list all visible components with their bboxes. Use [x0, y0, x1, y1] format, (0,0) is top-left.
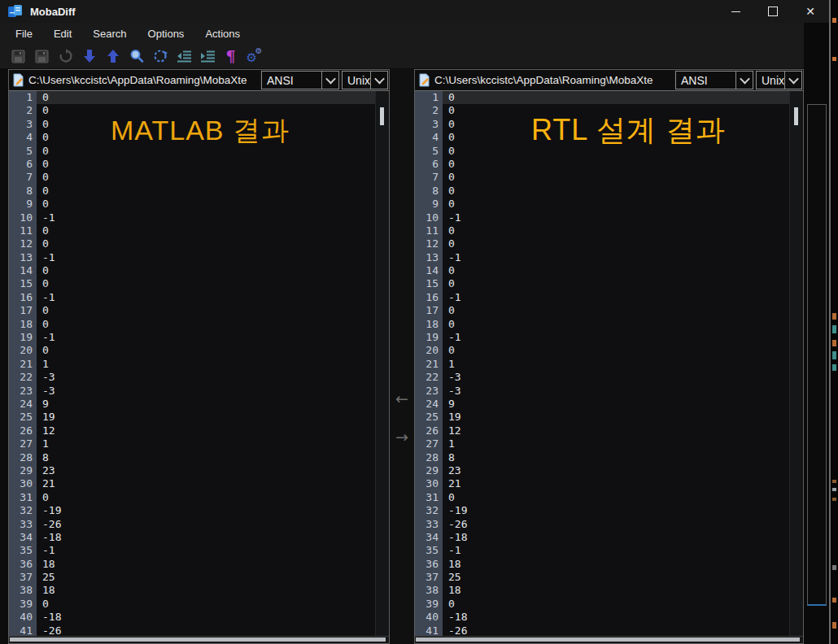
right-encoding-select[interactable]: ANSI: [675, 71, 753, 89]
line-number: 22: [9, 371, 37, 384]
refresh-comparison-button[interactable]: [148, 46, 172, 67]
reload-button[interactable]: [54, 46, 77, 67]
maximize-button[interactable]: [754, 0, 792, 23]
line-row: 110: [9, 224, 376, 237]
line-number: 23: [415, 385, 443, 398]
menu-actions[interactable]: Actions: [194, 25, 251, 42]
line-value: 0: [37, 264, 376, 277]
line-row: 211: [9, 358, 376, 371]
menu-search[interactable]: Search: [82, 25, 137, 42]
line-row: 80: [415, 185, 790, 198]
left-horizontal-scrollbar-thumb[interactable]: [10, 637, 386, 642]
edge-mark: [832, 325, 836, 333]
refresh-circle-icon: [152, 48, 168, 64]
line-row: 3818: [415, 584, 790, 597]
line-row: 60: [415, 158, 790, 171]
indent-button[interactable]: [195, 46, 219, 67]
line-number: 13: [9, 251, 37, 264]
line-value: 23: [443, 464, 790, 477]
previous-difference-button[interactable]: [101, 46, 124, 67]
settings-button[interactable]: ⚙ ⚙: [242, 46, 266, 67]
next-difference-button[interactable]: [77, 46, 101, 67]
line-row: 180: [9, 318, 376, 331]
line-row: 10-1: [9, 211, 376, 224]
left-line-ending-select[interactable]: Unix: [342, 71, 388, 89]
right-horizontal-scrollbar[interactable]: [415, 636, 803, 643]
line-value: -26: [443, 624, 790, 636]
line-value: -1: [37, 291, 376, 304]
merge-left-arrow[interactable]: ←: [394, 393, 410, 404]
line-number: 11: [9, 224, 37, 237]
line-number: 12: [9, 237, 37, 250]
line-value: 0: [443, 598, 790, 611]
close-button[interactable]: ✕: [792, 0, 829, 23]
line-number: 1: [415, 91, 443, 104]
outdent-icon: [176, 50, 192, 63]
line-value: -1: [37, 251, 376, 264]
line-row: 2519: [415, 411, 790, 424]
show-symbols-button[interactable]: ¶: [219, 46, 242, 67]
floppy-2-icon: [35, 50, 49, 63]
line-number: 19: [9, 331, 37, 344]
line-number: 41: [9, 624, 37, 636]
line-number: 37: [9, 571, 37, 584]
left-diff-pane: C:\Users\kccistc\AppData\Roaming\MobaXte…: [8, 69, 390, 644]
search-button[interactable]: [124, 46, 148, 67]
line-number: 27: [415, 437, 443, 450]
line-row: 60: [9, 158, 376, 171]
line-row: 32-19: [9, 504, 376, 517]
menu-edit[interactable]: Edit: [43, 25, 82, 42]
edge-mark: [832, 622, 836, 629]
line-value: -26: [37, 624, 376, 636]
line-row: 33-26: [9, 518, 376, 531]
line-number: 2: [415, 104, 443, 117]
right-line-ending-select[interactable]: Unix: [756, 71, 802, 89]
line-number: 36: [415, 558, 443, 571]
save-file-1-button[interactable]: [7, 46, 30, 67]
line-value: -1: [37, 331, 376, 344]
left-editor[interactable]: 10203040506070809010-111012013-114015016…: [9, 91, 389, 636]
menu-file[interactable]: File: [5, 25, 43, 42]
line-number: 5: [9, 145, 37, 158]
indent-icon: [199, 50, 216, 63]
line-value: 0: [37, 224, 376, 237]
menu-options[interactable]: Options: [137, 25, 195, 42]
line-value: 0: [37, 198, 376, 211]
right-vertical-scrollbar-thumb[interactable]: [794, 107, 798, 125]
right-vertical-scrollbar[interactable]: [789, 91, 803, 636]
save-file-2-button[interactable]: [30, 46, 54, 67]
line-row: 10: [9, 91, 376, 104]
line-row: 110: [415, 224, 790, 237]
document-edit-icon: [418, 73, 430, 87]
line-value: -3: [37, 385, 376, 398]
left-encoding-select[interactable]: ANSI: [261, 71, 339, 89]
line-number: 34: [415, 531, 443, 544]
right-file-path: C:\Users\kccistc\AppData\Roaming\MobaXte: [434, 74, 653, 86]
left-vertical-scrollbar-thumb[interactable]: [380, 107, 384, 125]
line-number: 33: [9, 518, 37, 531]
unindent-button[interactable]: [172, 46, 195, 67]
line-value: 1: [443, 358, 790, 371]
line-row: 2612: [9, 424, 376, 437]
minimize-button[interactable]: [717, 0, 754, 23]
line-value: -19: [443, 504, 790, 517]
line-value: -18: [443, 531, 790, 544]
right-editor[interactable]: 10203040506070809010-111012013-114015016…: [415, 91, 803, 636]
line-value: 0: [443, 185, 790, 198]
line-number: 6: [415, 158, 443, 171]
edge-mark: [832, 480, 836, 483]
edge-mark: [832, 57, 836, 61]
line-number: 10: [9, 211, 37, 224]
line-row: 35-1: [415, 544, 790, 557]
left-file-path: C:\Users\kccistc\AppData\Roaming\MobaXte: [28, 74, 247, 86]
line-row: 288: [9, 451, 376, 464]
line-number: 30: [415, 477, 443, 490]
line-number: 23: [9, 385, 37, 398]
right-horizontal-scrollbar-thumb[interactable]: [416, 637, 800, 642]
merge-right-arrow[interactable]: →: [394, 431, 410, 442]
left-vertical-scrollbar[interactable]: [375, 91, 389, 636]
left-horizontal-scrollbar[interactable]: [9, 636, 389, 643]
line-row: 16-1: [415, 291, 790, 304]
line-number: 33: [415, 518, 443, 531]
line-row: 16-1: [9, 291, 376, 304]
